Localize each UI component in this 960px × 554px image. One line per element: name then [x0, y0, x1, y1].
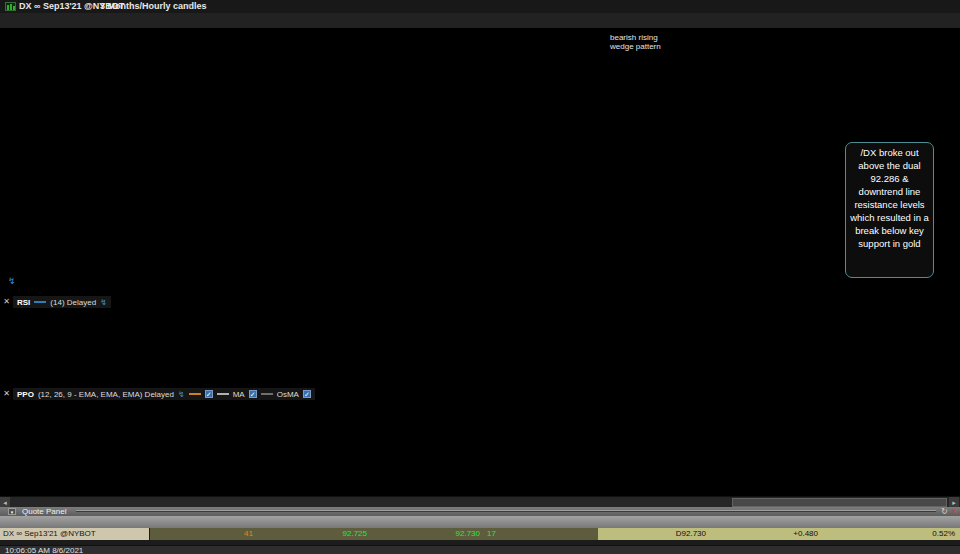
quote-panel: ▾ Quote Panel ↻ ✕ DX ∞ Sep13'21 @NYBOT 4… [0, 507, 960, 545]
divider [76, 510, 936, 512]
osma-checkbox[interactable]: ✓ [303, 390, 311, 398]
rsi-legend: RSI (14) Delayed ↯ [13, 296, 111, 308]
ask-cell: 92.730 [370, 528, 480, 540]
ask-size-cell: 17 [487, 528, 507, 540]
ppo-delayed-icon: ↯ [178, 390, 185, 399]
symbol-caret-icon[interactable]: ▾ [85, 2, 89, 10]
last-cell: D92.730 [598, 528, 706, 540]
bid-cell: 92.725 [255, 528, 367, 540]
drawing-toolbar [0, 13, 960, 29]
ppo-params: (12, 26, 9 - EMA, EMA, EMA) Delayed [38, 390, 174, 399]
title-bar: DX ∞ Sep13'21 @NYBOT ▾ 3 Months/Hourly c… [0, 0, 960, 13]
time-scrollbar[interactable]: ◂ ▸ [0, 496, 960, 507]
quote-row[interactable]: DX ∞ Sep13'21 @NYBOT 41 92.725 92.730 17… [0, 528, 960, 540]
ppo-close-button[interactable]: ✕ [2, 389, 11, 398]
osma-label: OsMA [277, 390, 299, 399]
breakout-callout-note[interactable]: /DX broke out above the dual 92.286 & do… [845, 142, 934, 278]
delayed-data-icon: ↯ [8, 276, 16, 286]
ppo-legend: PPO (12, 26, 9 - EMA, EMA, EMA) Delayed … [13, 388, 315, 400]
ma-line-swatch-icon [217, 393, 229, 395]
rsi-delayed-icon: ↯ [100, 298, 107, 307]
osma-swatch-icon [261, 393, 273, 395]
trading-app-window: DX ∞ Sep13'21 @NYBOT ▾ 3 Months/Hourly c… [0, 0, 960, 554]
close-quote-panel-icon[interactable]: ✕ [951, 507, 958, 516]
rsi-label: RSI [17, 298, 30, 307]
rsi-close-button[interactable]: ✕ [2, 297, 11, 306]
change-pct-cell: 0.52% [825, 528, 955, 540]
collapse-icon[interactable]: ▾ [8, 508, 16, 515]
ppo-line-swatch-icon [189, 393, 201, 395]
change-cell: +0.480 [712, 528, 818, 540]
app-chart-icon [5, 2, 16, 11]
rsi-params: (14) Delayed [50, 298, 96, 307]
quote-panel-header: ▾ Quote Panel ↻ ✕ [0, 507, 960, 516]
scrollbar-thumb[interactable] [732, 498, 947, 507]
chart-canvas[interactable] [0, 29, 960, 496]
quote-column-headers [0, 516, 960, 528]
ma-checkbox[interactable]: ✓ [249, 390, 257, 398]
status-bar: 10:06:05 AM 8/6/2021 [0, 545, 960, 554]
rsi-line-swatch-icon [34, 301, 46, 303]
ma-label: MA [233, 390, 245, 399]
ppo-label: PPO [17, 390, 34, 399]
ppo-checkbox[interactable]: ✓ [205, 390, 213, 398]
period-caret-icon[interactable]: ▾ [188, 2, 192, 10]
quote-panel-title: Quote Panel [22, 507, 66, 516]
instrument-cell[interactable]: DX ∞ Sep13'21 @NYBOT [0, 528, 149, 540]
refresh-quotes-icon[interactable]: ↻ [941, 507, 948, 516]
bid-size-cell: 41 [155, 528, 253, 540]
wedge-pattern-annotation[interactable]: bearish rising wedge pattern [610, 33, 710, 51]
